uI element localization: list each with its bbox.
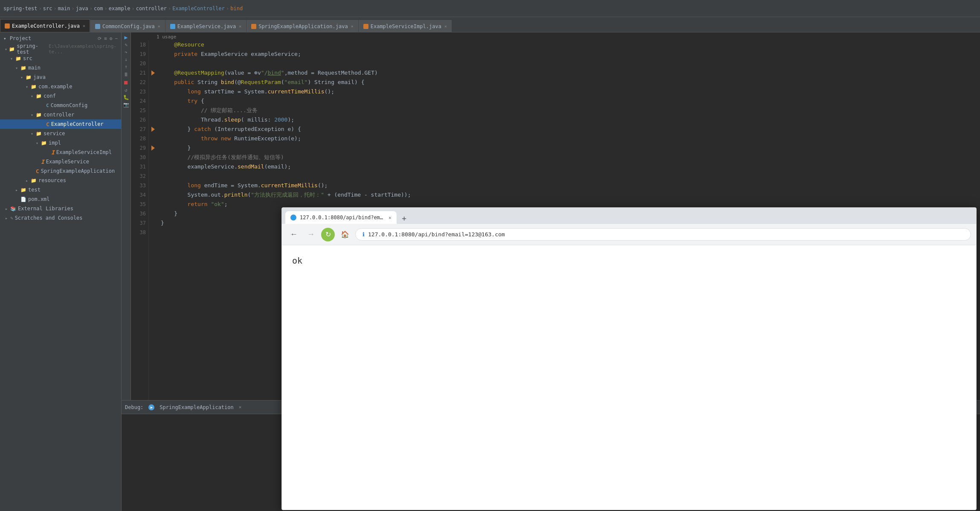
step-into-icon[interactable]: ↓	[125, 57, 128, 62]
tree-item-src[interactable]: ▾ 📁 src	[0, 54, 121, 63]
debug-app-icon: ▶	[148, 404, 154, 410]
tab-common-config[interactable]: CommonConfig.java ✕	[90, 20, 165, 32]
close-icon[interactable]: ✕	[158, 24, 160, 29]
sync-icon[interactable]: ⟳	[98, 36, 101, 41]
tab-example-controller[interactable]: ExampleController.java ✕	[0, 19, 90, 32]
tree-item-pom[interactable]: 📄 pom.xml	[0, 195, 121, 204]
file-icon-example-service: I	[41, 159, 44, 165]
play-icon[interactable]: ▶	[125, 34, 128, 41]
debug-close-icon[interactable]: ✕	[239, 404, 242, 410]
code-line-18: @Resource	[161, 40, 977, 49]
tab-example-service-impl[interactable]: ExampleServiceImpl.java ✕	[359, 20, 452, 32]
tree-item-test[interactable]: ▸ 📁 test	[0, 185, 121, 195]
sidebar-title: Project	[10, 35, 32, 41]
folder-icon: 📚	[10, 206, 16, 212]
tree-item-impl[interactable]: ▾ 📁 impl	[0, 138, 121, 148]
code-line-33: long endTime = System.currentTimeMillis(…	[161, 181, 977, 190]
tab-icon-app	[251, 24, 256, 29]
code-line-28: throw new RuntimeException(e);	[161, 134, 977, 143]
close-icon[interactable]: ✕	[351, 24, 354, 29]
tab-icon-impl	[363, 24, 368, 29]
tree-item-spring-test[interactable]: ▾ 📁 spring-test E:\Java\examples\spring-…	[0, 44, 121, 54]
expand-arrow: ▾	[31, 94, 36, 99]
expand-arrow: ▸	[5, 206, 10, 211]
close-icon[interactable]: ✕	[444, 24, 447, 29]
collapse-icon[interactable]: ≡	[104, 36, 107, 41]
tree-item-example-service[interactable]: I ExampleService	[0, 157, 121, 166]
top-bar: spring-test › src › main › java › com › …	[0, 0, 980, 17]
minimize-icon[interactable]: −	[115, 36, 118, 41]
tree-item-main[interactable]: ▾ 📁 main	[0, 63, 121, 73]
expand-arrow: ▾	[26, 84, 31, 89]
tree-item-common-config[interactable]: C CommonConfig	[0, 101, 121, 110]
browser-refresh-btn[interactable]: ↻	[321, 228, 335, 241]
browser-tabs-bar: 🌐 127.0.0.1:8080/api/bind?emai... ✕ +	[282, 208, 976, 224]
rerun-icon[interactable]: ↺	[125, 87, 128, 93]
close-icon[interactable]: ✕	[83, 23, 85, 28]
tab-label: CommonConfig.java	[102, 23, 155, 29]
tree-item-service[interactable]: ▾ 📁 service	[0, 129, 121, 138]
tree-item-controller[interactable]: ▾ 📁 controller	[0, 110, 121, 119]
browser-home-btn[interactable]: 🏠	[338, 228, 352, 241]
expand-arrow: ▸	[26, 178, 31, 183]
folder-icon: 📁	[26, 75, 32, 80]
expand-arrow: ▾	[31, 131, 36, 136]
tree-item-scratches[interactable]: ▸ ✎ Scratches and Consoles	[0, 213, 121, 223]
browser-tab-close-btn[interactable]: ✕	[389, 215, 391, 221]
tree-item-com-example[interactable]: ▾ 📁 com.example	[0, 82, 121, 91]
code-line-32	[161, 171, 977, 181]
code-line-31: exampleService.sendMail(email);	[161, 162, 977, 171]
folder-icon: 📁	[36, 112, 42, 118]
expand-arrow: ▾	[5, 47, 9, 52]
folder-icon: 📁	[41, 140, 47, 146]
folder-icon: ✎	[10, 215, 13, 221]
tree-item-example-controller[interactable]: C ExampleController	[0, 119, 121, 129]
browser-window: 🌐 127.0.0.1:8080/api/bind?emai... ✕ + ← …	[281, 207, 977, 510]
bug-icon[interactable]: 🐛	[123, 95, 129, 100]
tree-item-java[interactable]: ▾ 📁 java	[0, 73, 121, 82]
tab-spring-example-app[interactable]: SpringExampleApplication.java ✕	[246, 20, 358, 32]
expand-arrow: ▾	[36, 141, 41, 145]
tabs-bar: ExampleController.java ✕ CommonConfig.ja…	[0, 17, 980, 32]
tab-icon-service	[170, 24, 175, 29]
file-icon-example-controller: C	[46, 121, 49, 128]
arrow-indicator2	[151, 127, 155, 132]
tree-item-example-service-impl[interactable]: I ExampleServiceImpl	[0, 148, 121, 157]
folder-icon: 📁	[15, 56, 21, 61]
step-out-icon[interactable]: ↑	[125, 64, 128, 70]
tree-item-conf[interactable]: ▾ 📁 conf	[0, 91, 121, 101]
camera-icon[interactable]: 📷	[123, 102, 129, 107]
file-icon-pom: 📄	[20, 197, 26, 202]
folder-icon: 📁	[9, 46, 15, 52]
code-line-23: long startTime = System.currentTimeMilli…	[161, 87, 977, 96]
expand-arrow: ▾	[10, 56, 15, 61]
expand-arrow: ▸	[15, 188, 20, 192]
settings-icon[interactable]: ⚙	[110, 36, 113, 41]
edit-icon[interactable]: ✎	[125, 42, 128, 48]
tab-label: ExampleServiceImpl.java	[371, 23, 441, 29]
sidebar-header: ▾ Project ⟳ ≡ ⚙ −	[0, 32, 121, 44]
browser-back-btn[interactable]: ←	[287, 228, 301, 241]
folder-icon: 📁	[20, 65, 26, 71]
arrow-indicator	[151, 70, 155, 75]
step-over-icon[interactable]: ↷	[125, 49, 128, 55]
expand-arrow: ▾	[15, 66, 20, 70]
browser-url-bar[interactable]: ℹ 127.0.0.1:8080/api/bind?email=123@163.…	[355, 228, 971, 241]
browser-secure-icon: ℹ	[362, 231, 365, 238]
left-icon-bar: ▶ ✎ ↷ ↓ ↑ ⏸ ⏹ ↺ 🐛 📷	[122, 32, 131, 400]
close-icon[interactable]: ✕	[239, 24, 241, 29]
browser-new-tab-btn[interactable]: +	[398, 212, 410, 224]
code-line-30: //模拟异步任务(发邮件通知、短信等)	[161, 153, 977, 162]
tab-label: ExampleController.java	[12, 23, 80, 29]
tab-example-service[interactable]: ExampleService.java ✕	[165, 20, 246, 32]
stop-icon[interactable]: ⏹	[123, 79, 129, 86]
tree-item-resources[interactable]: ▸ 📁 resources	[0, 176, 121, 185]
pause-icon[interactable]: ⏸	[123, 71, 129, 78]
browser-forward-btn[interactable]: →	[304, 228, 318, 241]
sidebar-tree: ▾ 📁 spring-test E:\Java\examples\spring-…	[0, 44, 121, 511]
browser-url-text: 127.0.0.1:8080/api/bind?email=123@163.co…	[368, 231, 505, 238]
tree-item-spring-app[interactable]: C SpringExampleApplication	[0, 166, 121, 176]
project-icon: ▾	[3, 36, 6, 41]
tree-item-external-libs[interactable]: ▸ 📚 External Libraries	[0, 204, 121, 213]
browser-active-tab[interactable]: 🌐 127.0.0.1:8080/api/bind?emai... ✕	[285, 211, 397, 224]
